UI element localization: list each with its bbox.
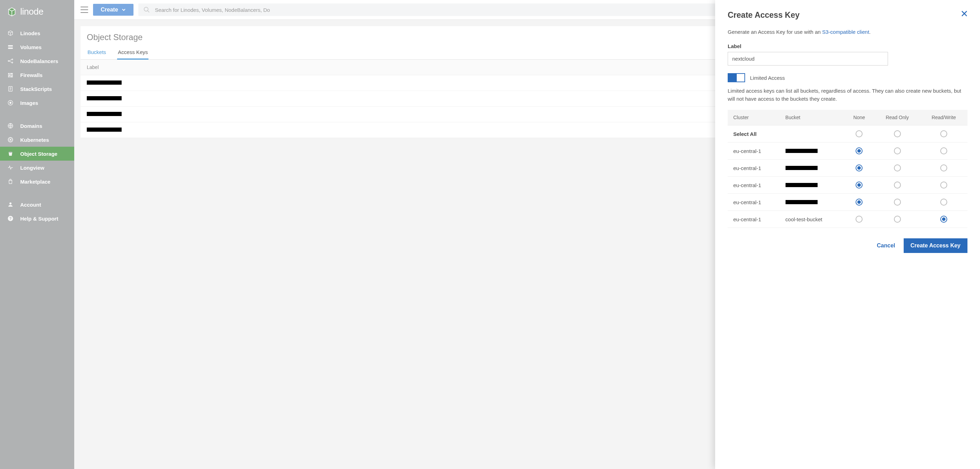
- firewall-icon: [7, 72, 14, 78]
- redacted-bucket: [786, 149, 818, 153]
- perm-row: eu-central-1 cool-test-bucket: [728, 211, 967, 228]
- select-all-readwrite-radio[interactable]: [940, 130, 947, 137]
- svg-text:?: ?: [10, 216, 11, 221]
- create-access-key-button[interactable]: Create Access Key: [904, 238, 968, 253]
- sidebar-item-label: Firewalls: [20, 72, 43, 78]
- perm-readwrite-radio[interactable]: [940, 181, 947, 189]
- sidebar-item-marketplace[interactable]: Marketplace: [0, 175, 74, 189]
- sidebar-item-label: Account: [20, 202, 41, 208]
- sidebar-item-label: Object Storage: [20, 151, 57, 157]
- svg-rect-0: [8, 45, 13, 47]
- perm-readonly-radio[interactable]: [894, 181, 901, 189]
- create-access-key-drawer: Create Access Key Generate an Access Key…: [715, 0, 980, 469]
- perm-readwrite-radio[interactable]: [940, 216, 947, 223]
- sidebar-item-label: NodeBalancers: [20, 58, 58, 64]
- perm-cluster: eu-central-1: [728, 194, 780, 211]
- perm-readwrite-radio[interactable]: [940, 164, 947, 172]
- search-icon: [143, 6, 150, 13]
- brand-logo[interactable]: linode: [0, 0, 74, 23]
- sidebar-item-stackscripts[interactable]: StackScripts: [0, 82, 74, 96]
- s3-client-link[interactable]: S3-compatible client: [822, 29, 869, 35]
- limited-access-toggle[interactable]: [728, 73, 745, 82]
- perm-none-radio[interactable]: [856, 199, 862, 205]
- menu-toggle-icon[interactable]: [81, 6, 88, 13]
- close-icon[interactable]: [961, 10, 967, 18]
- perm-col-bucket: Bucket: [780, 110, 844, 126]
- sidebar-item-longview[interactable]: Longview: [0, 161, 74, 175]
- cancel-button[interactable]: Cancel: [877, 243, 895, 249]
- svg-point-4: [12, 62, 13, 63]
- label-input[interactable]: [728, 52, 888, 65]
- limited-access-label: Limited Access: [750, 75, 785, 81]
- sidebar-item-firewalls[interactable]: Firewalls: [0, 68, 74, 82]
- perm-readonly-radio[interactable]: [894, 164, 901, 172]
- perm-bucket: [780, 160, 844, 176]
- bucket-icon: [7, 150, 14, 157]
- label-field-label: Label: [728, 43, 967, 49]
- permissions-table: Cluster Bucket None Read Only Read/Write…: [728, 110, 967, 228]
- help-icon: ?: [7, 215, 14, 222]
- perm-readwrite-radio[interactable]: [940, 199, 947, 205]
- sidebar-item-label: Help & Support: [20, 216, 58, 222]
- volume-icon: [7, 44, 14, 51]
- limited-access-note: Limited access keys can list all buckets…: [728, 87, 967, 103]
- bag-icon: [7, 178, 14, 185]
- sidebar-item-account[interactable]: Account: [0, 197, 74, 211]
- perm-none-radio[interactable]: [856, 147, 862, 154]
- svg-point-18: [10, 202, 11, 205]
- select-all-readonly-radio[interactable]: [894, 130, 901, 137]
- perm-col-none: None: [844, 110, 874, 126]
- perm-none-radio[interactable]: [856, 181, 862, 189]
- sidebar-item-object-storage[interactable]: Object Storage: [0, 147, 74, 161]
- perm-row: eu-central-1: [728, 194, 967, 211]
- sidebar-item-label: Images: [20, 100, 38, 106]
- brand-name: linode: [20, 6, 43, 17]
- select-all-none-radio[interactable]: [856, 130, 862, 137]
- perm-cluster: eu-central-1: [728, 143, 780, 160]
- redacted-bucket: [786, 200, 818, 204]
- main-content: Create Object Storage Buckets Access Key…: [74, 0, 980, 469]
- sidebar-item-help-&-support[interactable]: ?Help & Support: [0, 211, 74, 226]
- sidebar-item-volumes[interactable]: Volumes: [0, 40, 74, 54]
- svg-point-17: [9, 151, 13, 153]
- wheel-icon: [7, 136, 14, 143]
- svg-rect-10: [10, 76, 13, 77]
- svg-rect-1: [8, 48, 13, 49]
- redacted-label: [87, 112, 122, 116]
- create-button[interactable]: Create: [93, 4, 134, 16]
- perm-readonly-radio[interactable]: [894, 199, 901, 205]
- perm-col-cluster: Cluster: [728, 110, 780, 126]
- perm-readonly-radio[interactable]: [894, 147, 901, 154]
- perm-none-radio[interactable]: [856, 164, 862, 172]
- images-icon: [7, 99, 14, 106]
- svg-point-2: [8, 60, 9, 62]
- svg-rect-7: [8, 75, 11, 76]
- sidebar-item-nodebalancers[interactable]: NodeBalancers: [0, 54, 74, 68]
- perm-readonly-radio[interactable]: [894, 216, 901, 223]
- svg-rect-5: [8, 73, 10, 74]
- sidebar-item-images[interactable]: Images: [0, 96, 74, 110]
- sidebar-item-label: Marketplace: [20, 179, 51, 185]
- perm-bucket: [780, 143, 844, 160]
- tab-buckets[interactable]: Buckets: [87, 46, 107, 59]
- perm-col-readwrite: Read/Write: [920, 110, 967, 126]
- perm-none-radio[interactable]: [856, 216, 862, 223]
- tab-access-keys[interactable]: Access Keys: [117, 46, 148, 59]
- balancer-icon: [7, 57, 14, 64]
- sidebar-item-domains[interactable]: Domains: [0, 119, 74, 133]
- perm-cluster: eu-central-1: [728, 176, 780, 194]
- sidebar-item-label: Longview: [20, 165, 44, 171]
- pulse-icon: [7, 164, 14, 171]
- redacted-label: [87, 127, 122, 132]
- sidebar-item-label: Kubernetes: [20, 137, 49, 143]
- sidebar-item-label: StackScripts: [20, 86, 52, 92]
- sidebar-item-linodes[interactable]: Linodes: [0, 26, 74, 40]
- sidebar-item-label: Linodes: [20, 30, 40, 36]
- perm-bucket: [780, 176, 844, 194]
- svg-point-16: [10, 139, 11, 140]
- perm-col-readonly: Read Only: [874, 110, 920, 126]
- perm-readwrite-radio[interactable]: [940, 147, 947, 154]
- sidebar-item-kubernetes[interactable]: Kubernetes: [0, 133, 74, 147]
- drawer-title: Create Access Key: [728, 10, 799, 20]
- svg-rect-6: [10, 73, 13, 74]
